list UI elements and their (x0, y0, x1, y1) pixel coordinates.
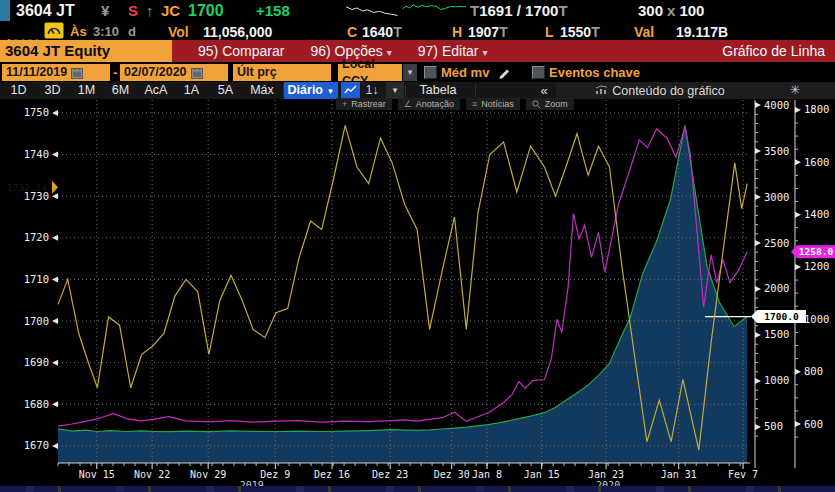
price-change: +158 (256, 2, 290, 19)
value-traded: 19.117B (676, 24, 728, 40)
menu-item-editar[interactable]: 97) Editar▾ (418, 43, 488, 59)
security-field[interactable]: 3604 JT Equity (0, 40, 172, 62)
chevron-down-icon: ▾ (408, 67, 413, 77)
calendar-icon[interactable] (71, 67, 83, 79)
chart-tools-overlay: +Rastrear ∠Anotação ≡Notícias Zoom (336, 98, 574, 110)
date-from-value: 11/11/2019 (6, 64, 67, 81)
area-series (58, 125, 747, 463)
axis-label: 1600 (804, 156, 829, 168)
value-label: Val (634, 24, 654, 40)
bid-price: 1691 (479, 2, 512, 19)
news-label: Notícias (481, 99, 514, 109)
axis-label: 600 (804, 418, 823, 430)
zoom-label: Zoom (545, 99, 568, 109)
price-field-select[interactable]: Últ prç (233, 64, 331, 81)
price-source: JC (161, 2, 180, 19)
line-chart-icon (344, 85, 357, 95)
axis-label: 1740 (24, 148, 49, 160)
close-label: C (347, 24, 357, 40)
gauge-icon[interactable] (44, 22, 64, 39)
low-price: 1550 (560, 24, 591, 40)
axis-label: 1400 (804, 208, 829, 220)
collapse-panel-button[interactable]: « (534, 82, 554, 99)
range-tab-1a[interactable]: 1A (175, 82, 208, 99)
price-chart[interactable]: Nov 15Nov 22Nov 29Dez 9Dez 16Dez 23Dez 3… (0, 99, 835, 492)
news-icon: ≡ (472, 99, 477, 109)
volume-label: Vol (168, 24, 189, 40)
dropdown-arrow-icon: ▾ (482, 47, 487, 58)
period-value: Diário (288, 83, 323, 97)
ask-suffix: T (558, 2, 567, 19)
period-selector[interactable]: Diário ▼ (284, 82, 338, 99)
left-last-price-badge: 1732.14 (2, 181, 58, 194)
axis-label: 2000 (764, 282, 789, 294)
bid-ask: T1691 / 1700T (470, 2, 568, 19)
axis-label: 3500 (764, 145, 789, 157)
range-tab-1m[interactable]: 1M (70, 82, 103, 99)
axis-label: Nov 22 (134, 469, 170, 480)
axis-label: 1200 (804, 260, 829, 272)
pencil-icon[interactable] (498, 66, 511, 79)
range-tab-aca[interactable]: AcA (138, 82, 174, 99)
range-tab-1d[interactable]: 1D (2, 82, 35, 99)
page-title: Gráfico de Linha (722, 43, 825, 59)
date-to-field[interactable]: 02/07/2020 (120, 64, 228, 81)
zoom-tool[interactable]: Zoom (526, 98, 574, 110)
key-events-checkbox[interactable] (532, 66, 545, 79)
line-chart-type-button[interactable] (341, 82, 360, 99)
axis-label: 1500 (764, 328, 789, 340)
axis-label: 1000 (764, 374, 789, 386)
range-tab-3d[interactable]: 3D (36, 82, 69, 99)
gear-icon[interactable]: ✳ (786, 82, 804, 99)
axis-label: Jan 23 (588, 469, 624, 480)
currency-dropdown-button[interactable]: ▾ (403, 64, 417, 81)
track-tool[interactable]: +Rastrear (336, 98, 392, 110)
axis-label: 1800 (804, 103, 829, 115)
mov-avg-checkbox[interactable] (424, 66, 437, 79)
range-tab-max[interactable]: Máx (243, 82, 281, 99)
price-field-value: Últ prç (237, 64, 277, 81)
axis-label: 1750 (24, 106, 49, 118)
close-value: 1640T (362, 24, 402, 40)
axis-label: Jan 31 (661, 469, 697, 480)
right-inner-axis: 4000350030002500200015001000500 (755, 99, 789, 468)
range-tab-6m[interactable]: 6M (104, 82, 137, 99)
up-arrow-icon: ↑ (146, 2, 154, 19)
magnifier-icon (532, 100, 541, 109)
lot-size: 300x100 (638, 2, 704, 19)
right-outer-axis: 18001600140012001000800600 (795, 100, 829, 468)
chart-content-label: Conteúdo do gráfico (612, 84, 725, 98)
news-tool[interactable]: ≡Notícias (466, 98, 520, 110)
date-from-field[interactable]: 11/11/2019 (2, 64, 110, 81)
axis-label: Jan 8 (472, 469, 502, 480)
axis-toggle-button[interactable]: 1↓ (362, 82, 382, 99)
calendar-icon[interactable] (191, 67, 203, 79)
table-button[interactable]: Tabela (408, 82, 468, 99)
bid-size: 300 (638, 2, 663, 19)
axis-label: 500 (764, 420, 783, 432)
axis-label: Dez 16 (314, 469, 350, 480)
ticker: 3604 JT (16, 2, 75, 20)
close-suffix: T (393, 24, 402, 40)
key-events-label: Eventos chave (549, 64, 640, 81)
axis-label: 1000 (804, 313, 829, 325)
as-of-suffix: d (128, 24, 136, 39)
annotate-tool[interactable]: ∠Anotação (398, 98, 460, 110)
more-chart-types-button[interactable]: ▾ (386, 82, 404, 99)
axis-label: 1690 (24, 356, 49, 368)
intraday-sparkline (345, 2, 467, 20)
chevron-down-icon: ▼ (327, 87, 335, 96)
chart-content-button[interactable]: Conteúdo do gráfico (580, 82, 740, 99)
menu-item-comparar[interactable]: 95) Comparar (198, 43, 284, 59)
as-of-time: 3:10 (93, 24, 119, 39)
bloomberg-terminal-window: 3604 JT ¥ S ↑ JC 1700 +158 T1691 / 1700T… (0, 0, 835, 492)
left-price-axis: 175017401730172017101700169016801670 (24, 106, 58, 451)
low-value: 1550T (560, 24, 600, 40)
axis-label: 1700.0 (764, 311, 799, 322)
range-tab-5a[interactable]: 5A (209, 82, 242, 99)
high-suffix: T (499, 24, 508, 40)
currency-select[interactable]: Local CCY (338, 64, 402, 81)
chevron-down-icon: ▾ (393, 85, 398, 95)
panel-tab-marker[interactable] (0, 0, 10, 21)
axis-label: Fev 7 (728, 469, 758, 480)
